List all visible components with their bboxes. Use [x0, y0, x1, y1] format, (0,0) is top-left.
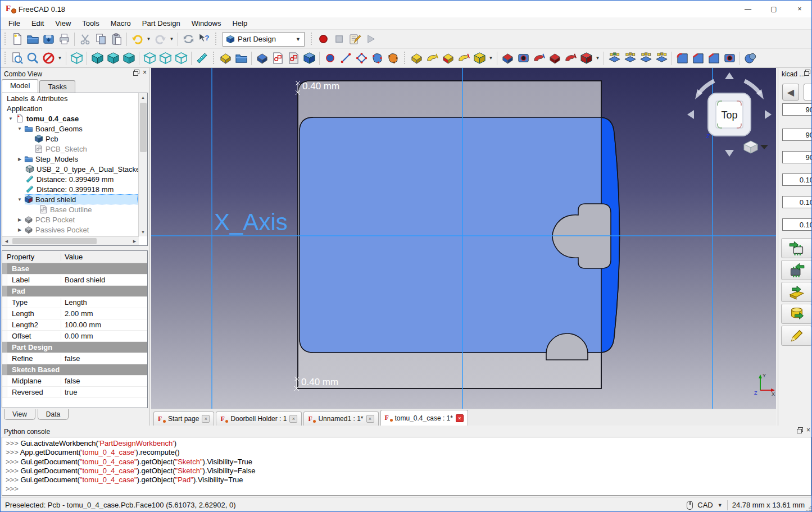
- measure-distance-icon[interactable]: [194, 51, 209, 66]
- chamfer-icon[interactable]: [691, 51, 705, 66]
- offset-y-field[interactable]: 0.10: [782, 196, 812, 208]
- property-group-sketch-based[interactable]: Sketch Based: [2, 364, 147, 376]
- 3d-viewport[interactable]: X_Axis 0.40 mm 0.40 mm: [151, 68, 776, 409]
- thickness-icon[interactable]: [722, 51, 737, 66]
- kicad-back-button[interactable]: ◀: [782, 84, 799, 100]
- tab-doorbell-holder[interactable]: F Doorbell Holder : 1 ×: [216, 412, 302, 426]
- close-button[interactable]: ×: [787, 1, 812, 17]
- view-axonometric-icon[interactable]: [69, 51, 84, 66]
- mirrored-icon[interactable]: [607, 51, 622, 66]
- create-sketch-icon[interactable]: [270, 51, 285, 66]
- nav-arrow-right-icon[interactable]: [765, 110, 772, 119]
- subtractive-loft-icon[interactable]: [563, 51, 578, 66]
- print-icon[interactable]: [57, 32, 71, 47]
- nav-menu-dropdown-icon[interactable]: [760, 145, 768, 149]
- tree-item-passives-pocket[interactable]: ▶Passives Pocket: [2, 225, 139, 235]
- additive-pipe-icon[interactable]: [456, 51, 471, 66]
- toolbar-handle[interactable]: [310, 33, 313, 46]
- create-part-icon[interactable]: [218, 51, 233, 66]
- subtractive-primitive-icon[interactable]: [579, 51, 593, 66]
- tree-item-board-geoms[interactable]: ▼Board_Geoms: [2, 124, 139, 134]
- copy-icon[interactable]: [93, 32, 108, 47]
- scrollbar-thumb[interactable]: [140, 103, 147, 152]
- new-file-icon[interactable]: [10, 32, 24, 47]
- paste-icon[interactable]: [109, 32, 124, 47]
- multitransform-icon[interactable]: [654, 51, 669, 66]
- additive-primitive-icon[interactable]: [472, 51, 487, 66]
- rotate-ccw-arrow-icon[interactable]: [698, 81, 714, 94]
- rotate-cw-arrow-icon[interactable]: [745, 81, 760, 94]
- cut-icon[interactable]: [78, 32, 92, 47]
- tree-root-application[interactable]: Application: [2, 103, 139, 113]
- property-row-midplane[interactable]: Midplanefalse: [2, 376, 147, 387]
- tab-model[interactable]: Model: [2, 79, 38, 93]
- expander-icon[interactable]: ▼: [16, 126, 24, 131]
- draw-style-icon[interactable]: [41, 51, 56, 66]
- maximize-button[interactable]: ▢: [761, 1, 787, 17]
- tree-horizontal-scrollbar[interactable]: ◀ ▶: [2, 236, 139, 245]
- dock-close-icon[interactable]: ×: [143, 70, 147, 76]
- nav-arrow-up-icon[interactable]: [725, 72, 734, 79]
- property-group-base[interactable]: Base: [2, 263, 147, 275]
- pad-icon[interactable]: [409, 51, 424, 66]
- groove-icon[interactable]: [532, 51, 546, 66]
- offset-x-field[interactable]: 0.10: [782, 173, 812, 186]
- polar-pattern-icon[interactable]: [638, 51, 653, 66]
- toolbar-handle[interactable]: [214, 33, 217, 46]
- view-left-icon[interactable]: [174, 51, 188, 66]
- hole-icon[interactable]: [516, 51, 530, 66]
- nav-arrow-left-icon[interactable]: [687, 110, 694, 119]
- kicad-edit-button[interactable]: [781, 326, 812, 346]
- sketch-line-icon[interactable]: [338, 51, 353, 66]
- sketch-polyline-icon[interactable]: [370, 51, 384, 66]
- undo-dropdown-icon[interactable]: ▼: [146, 32, 152, 47]
- tree-item-pcb-sketch[interactable]: PCB_Sketch: [2, 144, 139, 154]
- nav-mini-cube-icon[interactable]: [744, 141, 757, 153]
- create-group-icon[interactable]: [234, 51, 248, 66]
- undo-icon[interactable]: [130, 32, 144, 47]
- toolbar-handle[interactable]: [3, 52, 7, 65]
- whats-this-icon[interactable]: [197, 32, 211, 47]
- kicad-load-footprint-button[interactable]: [781, 238, 812, 258]
- scroll-up-icon[interactable]: ▲: [139, 93, 147, 102]
- tree-item-document[interactable]: ▼tomu_0.4_case: [2, 113, 139, 124]
- offset-z-field[interactable]: 0.10: [782, 218, 812, 231]
- menu-help[interactable]: Help: [226, 17, 253, 29]
- property-row-length2[interactable]: Length2100.00 mm: [2, 319, 147, 331]
- kicad-export-model-button[interactable]: [781, 260, 812, 280]
- refresh-icon[interactable]: [181, 32, 196, 47]
- tab-close-icon[interactable]: ×: [202, 415, 210, 423]
- workbench-selector[interactable]: Part Design ▼: [223, 32, 305, 47]
- rotation-x-field[interactable]: 90: [782, 103, 812, 116]
- draw-style-dropdown-icon[interactable]: ▼: [57, 51, 63, 66]
- menu-file[interactable]: File: [3, 17, 26, 29]
- tab-close-icon[interactable]: ×: [456, 414, 464, 422]
- edit-sketch-icon[interactable]: [286, 51, 301, 66]
- property-group-part-design[interactable]: Part Design: [2, 342, 147, 353]
- additive-loft-icon[interactable]: [441, 51, 455, 66]
- open-file-icon[interactable]: [25, 32, 40, 47]
- pocket-icon[interactable]: [500, 51, 515, 66]
- revolution-icon[interactable]: [425, 51, 439, 66]
- python-console-output[interactable]: >>> Gui.activateWorkbench('PartDesignWor…: [2, 437, 811, 496]
- tree-item-pcb[interactable]: Pcb: [2, 134, 139, 144]
- record-macro-icon[interactable]: [316, 32, 330, 47]
- redo-icon[interactable]: [153, 32, 167, 47]
- tree-item-step-models[interactable]: ▶Step_Models: [2, 154, 139, 164]
- fillet-icon[interactable]: [675, 51, 689, 66]
- scroll-left-icon[interactable]: ◀: [2, 237, 11, 245]
- sketch-face-icon[interactable]: [385, 51, 400, 66]
- run-macro-icon[interactable]: [363, 32, 378, 47]
- kicad-export-db-button[interactable]: [781, 304, 812, 324]
- rotation-y-field[interactable]: 90: [782, 129, 812, 141]
- property-row-offset[interactable]: Offset0.00 mm: [2, 331, 147, 342]
- property-group-pad[interactable]: Pad: [2, 286, 147, 297]
- menu-tools[interactable]: Tools: [76, 17, 105, 29]
- property-row-length[interactable]: Length2.00 mm: [2, 308, 147, 319]
- view-bottom-icon[interactable]: [158, 51, 173, 66]
- sketch-rectangle-icon[interactable]: [354, 51, 369, 66]
- toolbar-handle[interactable]: [403, 52, 406, 65]
- tab-unnamed1[interactable]: F Unnamed1 : 1* ×: [303, 412, 378, 426]
- expander-icon[interactable]: ▼: [16, 197, 24, 202]
- zoom-icon[interactable]: [25, 51, 40, 66]
